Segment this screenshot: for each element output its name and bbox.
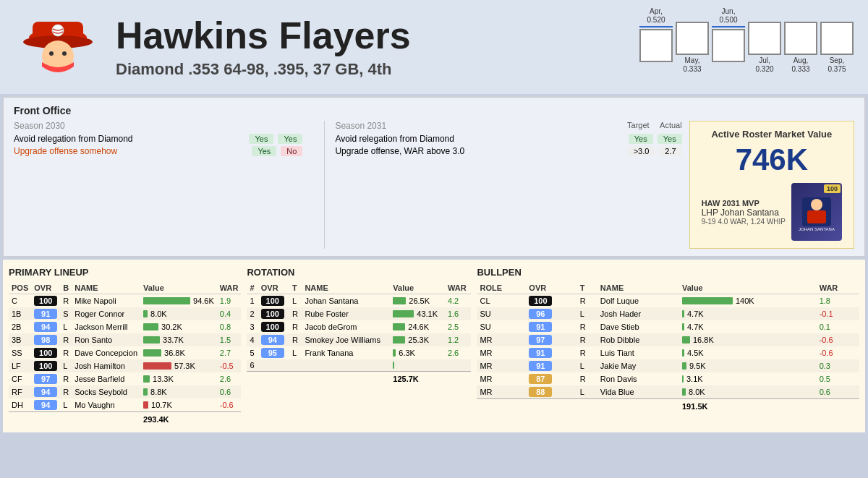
bp-ovr-cell: 91 <box>526 359 576 372</box>
month-apr: Apr,0.520 <box>639 7 673 62</box>
lineup-pos-cell: SS <box>9 346 31 359</box>
market-value-box: Active Roster Market Value 746K HAW 2031… <box>689 121 854 249</box>
rotation-row: 494RSmokey Joe Williams25.3K1.2 <box>247 333 471 346</box>
value-cell: 33.7K <box>140 333 217 346</box>
mv-value: 746K <box>702 142 842 177</box>
bp-cell: R <box>577 294 597 308</box>
rot-cell: 5 <box>247 346 258 359</box>
lineup-pos-cell: 1B <box>9 307 31 320</box>
rot-cell: Frank Tanana <box>302 346 390 359</box>
rotation-total-value: 125.7K <box>390 372 445 385</box>
s31-goal-2: Upgrade offense, WAR above 3.0 <box>335 146 623 156</box>
month-aug: Aug,0.333 <box>784 22 817 74</box>
s31-target-2: >3.0 <box>628 146 655 156</box>
lineup-ovr-cell: 100 <box>31 346 60 359</box>
divider <box>324 121 325 249</box>
rot-ovr-cell: 100 <box>258 307 289 320</box>
bullpen-row: MR97RRob Dibble16.8K-0.6 <box>477 333 859 346</box>
bp-ovr-cell: 91 <box>526 346 576 359</box>
lineup-row: C100RMike Napoli94.6K1.9 <box>9 294 241 308</box>
svg-text:JOHAN SANTANA: JOHAN SANTANA <box>799 227 835 231</box>
rot-war-cell: 2.6 <box>445 346 472 359</box>
col-pos: POS <box>9 282 31 294</box>
bp-cell: L <box>577 359 597 372</box>
bp-cell: R <box>577 320 597 333</box>
performance-chart: Apr,0.520 May,0.333 Jun,0.500 Jul,0.320 <box>639 7 854 74</box>
fo-yes-badge-2: Yes <box>252 146 276 156</box>
mvp-section: HAW 2031 MVP LHP Johan Santana 9-19 4.0 … <box>702 183 842 241</box>
bp-cell: R <box>577 372 597 385</box>
rot-cell: 4 <box>247 333 258 346</box>
lineup-ovr-cell: 100 <box>31 359 60 372</box>
value-cell: 94.6K <box>140 294 217 308</box>
value-cell: 57.3K <box>140 359 217 372</box>
lineup-war-cell: -0.6 <box>217 398 242 412</box>
header: Hawkins Flayers Diamond .353 64-98, .395… <box>0 0 868 94</box>
bottom-section: PRIMARY LINEUP POS OVR B NAME Value WAR … <box>3 260 865 432</box>
lineup-table: POS OVR B NAME Value WAR C100RMike Napol… <box>9 282 241 425</box>
fo-yes-badge: Yes <box>249 134 273 144</box>
month-may: May,0.333 <box>676 22 709 74</box>
bp-ovr-cell: 87 <box>526 372 576 385</box>
bp-cell: Dave Stieb <box>597 320 679 333</box>
col-value: Value <box>140 282 217 294</box>
bp-cell: R <box>577 346 597 359</box>
rot-ovr-cell: 95 <box>258 346 289 359</box>
bp-cell: L <box>577 385 597 399</box>
lineup-ovr-cell: 94 <box>31 398 60 412</box>
rot-cell <box>289 359 302 372</box>
value-cell: 13.3K <box>140 372 217 385</box>
lineup-name-cell: Jackson Merrill <box>72 320 140 333</box>
lineup-name-cell: Ron Santo <box>72 333 140 346</box>
lineup-war-cell: 1.9 <box>217 294 242 308</box>
s31-actual-1: Yes <box>658 134 682 144</box>
rot-ovr-cell: 100 <box>258 320 289 333</box>
bp-cell: CL <box>477 294 526 308</box>
bullpen-total-label <box>477 399 679 413</box>
bp-ovr-cell: 96 <box>526 307 576 320</box>
rotation-section: ROTATION # OVR T NAME Value WAR 1100LJoh… <box>247 267 471 425</box>
value-cell: 9.5K <box>679 359 817 372</box>
lineup-pos-cell: 2B <box>9 320 31 333</box>
rot-cell: L <box>289 346 302 359</box>
bp-cell: Rob Dibble <box>597 333 679 346</box>
lineup-b-cell: R <box>60 372 72 385</box>
season-2031-header: Season 2031 Target Actual <box>335 121 681 131</box>
s31-target-1: Yes <box>629 134 653 144</box>
season-2031-section: Season 2031 Target Actual Avoid relegati… <box>335 121 689 158</box>
lineup-war-cell: -0.5 <box>217 359 242 372</box>
rotation-row: 595LFrank Tanana6.3K2.6 <box>247 346 471 359</box>
lineup-name-cell: Dave Concepcion <box>72 346 140 359</box>
front-office-section: Front Office Season 2030 Avoid relegatio… <box>3 97 865 257</box>
lineup-row: LF100LJosh Hamilton57.3K-0.5 <box>9 359 241 372</box>
rot-col-t: T <box>289 282 302 294</box>
s31-goal-1: Avoid relegation from Diamond <box>335 134 624 144</box>
value-cell: 4.7K <box>679 307 817 320</box>
rot-cell: R <box>289 320 302 333</box>
lineup-total-row: 293.4K <box>9 412 241 426</box>
bullpen-section: BULLPEN ROLE OVR T NAME Value WAR CL100R… <box>477 267 859 425</box>
month-sep: Sep,0.375 <box>820 22 854 74</box>
bp-ovr-cell: 88 <box>526 385 576 399</box>
value-cell: 8.0K <box>679 385 817 399</box>
lineup-b-cell: S <box>60 307 72 320</box>
bp-cell: L <box>577 307 597 320</box>
col-actual: Actual <box>650 121 682 131</box>
value-cell: 36.8K <box>140 346 217 359</box>
value-cell: 8.0K <box>140 307 217 320</box>
rotation-total-row: 125.7K <box>247 372 471 385</box>
col-target: Target <box>610 121 650 131</box>
lineup-b-cell: L <box>60 359 72 372</box>
rotation-row: 3100RJacob deGrom24.6K2.5 <box>247 320 471 333</box>
col-war: WAR <box>217 282 242 294</box>
lineup-row: RF94RSocks Seybold8.8K0.6 <box>9 385 241 398</box>
rotation-row: 6 <box>247 359 471 372</box>
lineup-row: DH94LMo Vaughn10.7K-0.6 <box>9 398 241 412</box>
rotation-title: ROTATION <box>247 267 471 278</box>
season-2030-label: Season 2030 <box>14 121 302 131</box>
value-cell: 30.2K <box>140 320 217 333</box>
bullpen-table: ROLE OVR T NAME Value WAR CL100RDolf Luq… <box>477 282 859 412</box>
lineup-total-war <box>217 412 242 426</box>
bp-col-role: ROLE <box>477 282 526 294</box>
bp-war-cell: 0.6 <box>817 385 859 399</box>
